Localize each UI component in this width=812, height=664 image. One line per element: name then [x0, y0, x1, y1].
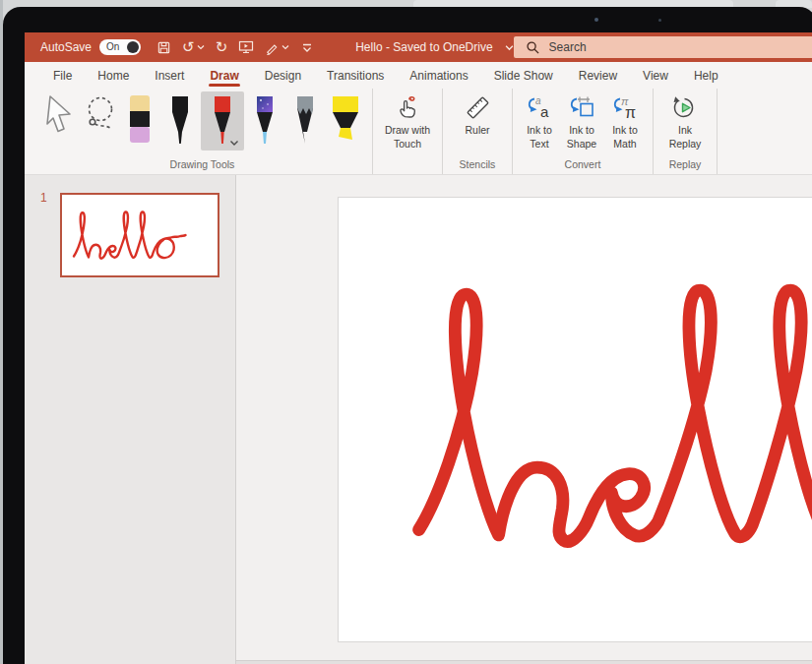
pen-red-tool[interactable] — [201, 91, 244, 151]
ruler-button[interactable]: Ruler — [450, 91, 505, 138]
search-input[interactable] — [549, 40, 812, 54]
ink-pen-button[interactable] — [263, 39, 291, 56]
search-icon — [526, 40, 540, 55]
tab-transitions[interactable]: Transitions — [314, 62, 397, 89]
tab-slide-show[interactable]: Slide Show — [481, 62, 566, 89]
chevron-down-icon[interactable] — [229, 140, 239, 147]
save-button[interactable] — [155, 39, 173, 56]
pen-black-tool[interactable] — [160, 91, 200, 151]
drawing-tools-group: Drawing Tools — [32, 89, 373, 174]
slide-canvas[interactable] — [338, 197, 812, 642]
replay-group: Ink Replay Replay — [654, 89, 718, 174]
ink-replay-button[interactable]: Ink Replay — [660, 91, 710, 151]
ink-to-math-button[interactable]: π π Ink to Math — [604, 91, 646, 151]
slide-number: 1 — [40, 191, 47, 205]
tab-insert[interactable]: Insert — [142, 62, 197, 89]
highlighter-icon — [329, 94, 362, 144]
camera-dot-icon — [594, 18, 598, 22]
redo-button[interactable]: ↻ — [214, 39, 230, 56]
chevron-down-icon — [281, 44, 289, 50]
device-bezel: AutoSave On ↺ ↻ — [3, 7, 812, 664]
ink-drawing-hello — [398, 224, 812, 596]
workspace: 1 — [25, 175, 812, 664]
app-window: AutoSave On ↺ ↻ — [25, 32, 812, 664]
tab-file[interactable]: File — [40, 62, 85, 89]
search-box[interactable] — [514, 36, 812, 58]
chevron-down-icon — [197, 44, 205, 50]
tab-view[interactable]: View — [630, 62, 681, 89]
ribbon-tab-bar: File Home Insert Draw Design Transitions… — [25, 62, 812, 89]
customize-toolbar-icon — [300, 41, 314, 54]
stencils-group: Ruler Stencils — [443, 89, 513, 174]
start-slideshow-button[interactable] — [236, 38, 256, 56]
redo-icon: ↻ — [216, 40, 228, 55]
window-title-group[interactable]: Hello - Saved to OneDrive — [355, 40, 513, 54]
group-label-stencils: Stencils — [450, 157, 505, 173]
svg-text:a: a — [540, 103, 549, 120]
pencil-tool[interactable] — [285, 91, 325, 151]
chevron-down-icon — [505, 44, 514, 51]
undo-icon: ↺ — [182, 40, 195, 55]
ink-drawing-hello-thumb — [70, 200, 208, 269]
slideshow-icon — [238, 39, 254, 55]
select-arrow-icon — [42, 94, 76, 138]
pen-galaxy-tool[interactable] — [245, 91, 284, 151]
autosave-toggle[interactable]: On — [99, 39, 141, 55]
lasso-icon — [82, 94, 117, 138]
tab-animations[interactable]: Animations — [397, 62, 480, 89]
ink-to-text-icon: a a — [525, 94, 554, 121]
document-title: Hello - Saved to OneDrive — [355, 40, 492, 54]
eraser-icon — [125, 94, 155, 146]
draw-with-touch-button[interactable]: Draw with Touch — [380, 91, 435, 151]
slide-thumbnail-1[interactable] — [60, 193, 219, 277]
pencil-icon — [290, 94, 320, 146]
ink-to-math-icon: π π — [610, 94, 640, 121]
pen-icon — [265, 40, 280, 55]
ribbon: Drawing Tools Draw with Touch — [25, 89, 812, 175]
title-bar: AutoSave On ↺ ↻ — [25, 32, 812, 62]
convert-group: a a Ink to Text — [513, 89, 654, 174]
group-label-drawing-tools: Drawing Tools — [39, 157, 365, 173]
tab-draw[interactable]: Draw — [197, 62, 251, 89]
autosave-control: AutoSave On — [40, 39, 141, 55]
select-tool[interactable] — [39, 91, 79, 151]
group-label-touch — [380, 169, 435, 173]
highlighter-tool[interactable] — [326, 91, 365, 151]
camera-dot-icon — [658, 19, 661, 22]
slide-editing-area — [236, 175, 812, 664]
pen-red-icon — [208, 94, 237, 146]
lasso-select-tool[interactable] — [80, 91, 119, 151]
pen-black-icon — [165, 94, 195, 146]
draw-with-touch-icon — [394, 94, 421, 121]
ink-replay-icon — [671, 94, 699, 121]
quick-access-toolbar: ↺ ↻ — [155, 38, 316, 56]
undo-button[interactable]: ↺ — [180, 39, 207, 56]
autosave-state: On — [106, 42, 119, 52]
ink-to-shape-button[interactable]: Ink to Shape — [560, 91, 603, 151]
eraser-tool[interactable] — [120, 91, 159, 151]
svg-text:π: π — [625, 104, 636, 121]
customize-quick-access-toolbar-button[interactable] — [298, 40, 316, 55]
ink-to-shape-icon — [567, 94, 596, 121]
ruler-icon — [465, 94, 491, 121]
save-icon — [156, 40, 171, 55]
group-label-replay: Replay — [660, 157, 710, 173]
autosave-label: AutoSave — [40, 40, 92, 54]
tab-review[interactable]: Review — [566, 62, 630, 89]
tab-design[interactable]: Design — [252, 62, 314, 89]
pen-galaxy-icon — [250, 94, 280, 146]
toggle-knob — [127, 41, 139, 53]
ribbon-empty-space — [718, 89, 812, 174]
touch-group: Draw with Touch — [373, 89, 443, 174]
ink-to-text-button[interactable]: a a Ink to Text — [520, 91, 559, 151]
tab-help[interactable]: Help — [681, 62, 731, 89]
group-label-convert: Convert — [520, 157, 646, 173]
tab-home[interactable]: Home — [85, 62, 142, 89]
slide-thumbnails-panel: 1 — [25, 175, 236, 664]
